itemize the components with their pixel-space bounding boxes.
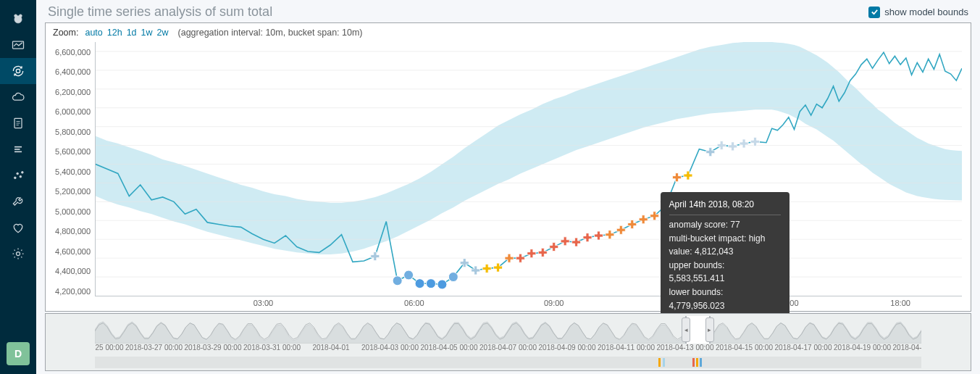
x-tick: 09:00 <box>544 299 564 307</box>
main-chart[interactable]: 03:0006:0009:0012:0015:0018:00 April 14t… <box>95 42 962 296</box>
zoom-auto[interactable]: auto <box>83 28 104 38</box>
checkmark-icon <box>868 7 880 18</box>
y-tick: 6,600,000 <box>55 48 91 57</box>
svg-point-15 <box>22 172 24 174</box>
overview-ticks: 2018-03-25 00:002018-03-27 00:002018-03-… <box>95 344 921 357</box>
overview-tick: 2018-03-29 00:00 <box>185 344 242 352</box>
aggregation-text: (aggregation interval: 10m, bucket span:… <box>178 28 363 38</box>
y-tick: 5,600,000 <box>55 147 91 156</box>
handle-right[interactable]: ▸ <box>705 317 714 342</box>
overview-tick: 2018-04-09 00:00 <box>539 344 596 352</box>
overview-tick: 2018-04-11 00:00 <box>598 344 655 352</box>
severity-bar <box>700 358 702 367</box>
bear-icon[interactable] <box>0 6 36 32</box>
overview-tick: 2018-03-31 00:00 <box>243 344 301 352</box>
heart-icon[interactable] <box>0 215 36 241</box>
y-tick: 6,400,000 <box>55 67 91 76</box>
overview-tick: 2018-03-25 00:00 <box>95 344 123 352</box>
y-tick: 4,400,000 <box>55 267 91 275</box>
svg-point-2 <box>14 16 22 23</box>
zoom-12h[interactable]: 12h <box>105 28 125 38</box>
severity-bar <box>663 358 665 367</box>
severity-bar <box>696 358 698 367</box>
svg-point-33 <box>426 279 435 288</box>
svg-point-34 <box>437 280 447 289</box>
show-bounds-toggle[interactable]: show model bounds <box>868 7 968 18</box>
chart-container: Zoom: auto12h1d1w2w (aggregation interva… <box>45 22 971 312</box>
overview-tick: 2018-03-27 00:00 <box>125 344 183 352</box>
overview-tick: 2018-04-13 00:00 <box>657 344 714 352</box>
x-tick: 06:00 <box>404 299 424 307</box>
user-avatar[interactable]: D <box>7 342 30 365</box>
x-tick: 15:00 <box>779 299 799 307</box>
zoom-2w[interactable]: 2w <box>155 28 171 38</box>
user-initial: D <box>14 348 22 360</box>
svg-point-14 <box>20 175 22 178</box>
clipboard-icon[interactable] <box>0 110 36 136</box>
x-tick: 12:00 <box>661 299 682 307</box>
zoom-1d[interactable]: 1d <box>125 28 139 38</box>
y-axis: 4,200,0004,400,0004,600,0004,800,0005,00… <box>46 42 95 311</box>
handle-left[interactable]: ◂ <box>682 317 690 342</box>
overview-tick: 2018-04-05 00:00 <box>421 344 478 352</box>
cog-icon[interactable] <box>0 241 36 267</box>
overview-timeline[interactable]: ◂ ▸ 2018-03-25 00:002018-03-27 00:002018… <box>45 313 971 371</box>
svg-point-30 <box>393 276 402 286</box>
overview-tick: 2018-04-21 00:00 <box>893 344 921 352</box>
app-sidebar: D <box>0 0 36 374</box>
severity-bar <box>658 358 661 367</box>
y-tick: 4,600,000 <box>55 247 91 256</box>
y-tick: 5,400,000 <box>55 167 91 176</box>
page-title: Single time series analysis of sum total <box>48 4 272 20</box>
svg-point-35 <box>448 273 458 282</box>
svg-point-4 <box>16 69 20 72</box>
overview-tick: 2018-04-19 00:00 <box>834 344 891 352</box>
overview-severity-bars <box>95 357 921 368</box>
wrench-icon[interactable] <box>0 188 36 215</box>
svg-point-31 <box>404 270 414 280</box>
zoom-bar: Zoom: auto12h1d1w2w (aggregation interva… <box>46 23 971 42</box>
y-tick: 6,200,000 <box>55 88 91 96</box>
y-tick: 5,800,000 <box>55 128 91 136</box>
y-tick: 6,000,000 <box>55 107 91 116</box>
dashboard-icon[interactable] <box>0 32 36 58</box>
overview-tick: 2018-04-01 <box>312 344 349 352</box>
gear-cycle-icon[interactable] <box>0 58 36 84</box>
y-tick: 5,000,000 <box>55 207 91 216</box>
zoom-links: auto12h1d1w2w <box>83 28 170 38</box>
overview-tick: 2018-04-07 00:00 <box>479 344 537 352</box>
list-icon[interactable] <box>0 136 36 162</box>
overview-tick: 2018-04-03 00:00 <box>361 344 419 352</box>
scatter-icon[interactable] <box>0 162 36 188</box>
overview-tick: 2018-04-17 00:00 <box>775 344 832 352</box>
overview-selection[interactable]: ◂ ▸ <box>685 316 711 344</box>
cloud-icon[interactable] <box>0 84 36 110</box>
zoom-1w[interactable]: 1w <box>139 28 155 38</box>
x-tick: 03:00 <box>254 299 274 307</box>
svg-point-13 <box>17 173 19 175</box>
y-tick: 5,200,000 <box>55 187 91 196</box>
svg-point-32 <box>415 279 424 288</box>
y-tick: 4,800,000 <box>55 227 91 236</box>
severity-bar <box>692 358 695 367</box>
zoom-label: Zoom: <box>53 28 78 38</box>
x-tick: 18:00 <box>890 299 910 307</box>
main-panel: Single time series analysis of sum total… <box>36 0 980 374</box>
svg-point-12 <box>14 177 17 179</box>
y-tick: 4,200,000 <box>55 287 91 296</box>
show-bounds-label: show model bounds <box>884 7 968 17</box>
overview-tick: 2018-04-15 00:00 <box>716 344 773 352</box>
svg-point-16 <box>17 252 20 256</box>
